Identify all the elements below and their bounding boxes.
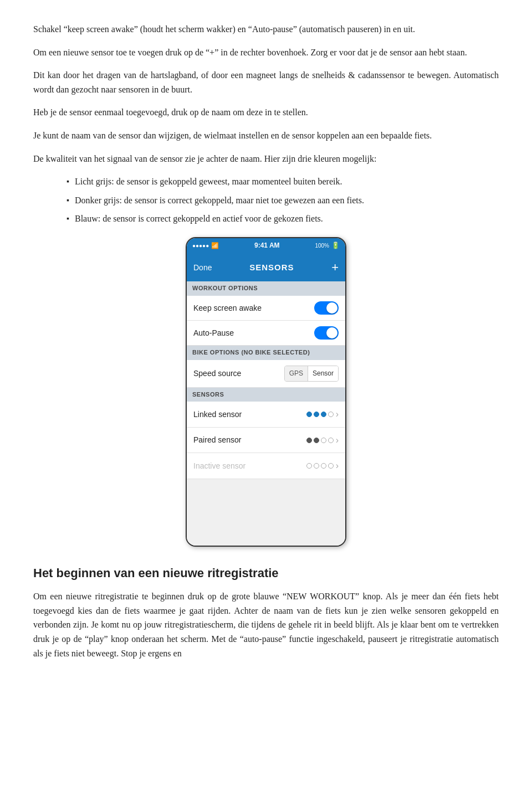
linked-sensor-label: Linked sensor (193, 408, 242, 420)
sensor-option[interactable]: Sensor (308, 366, 338, 381)
inactive-sensor-chevron: › (336, 459, 339, 473)
dot-1 (306, 438, 312, 443)
paired-sensor-dots (306, 438, 334, 443)
status-time: 9:41 AM (254, 240, 280, 251)
status-left: ●●●●● 📶 (192, 241, 219, 251)
color-bullet-list: Licht grijs: de sensor is gekoppeld gewe… (66, 174, 499, 226)
linked-sensor-chevron: › (336, 407, 339, 422)
phone-mockup: ●●●●● 📶 9:41 AM 100% 🔋 Done SENSORS + WO… (33, 237, 499, 547)
section2-paragraph: Om een nieuwe ritregistratie te beginnen… (33, 589, 499, 660)
paragraph-2: Om een nieuwe sensor toe te voegen druk … (33, 45, 499, 60)
phone-screen: ●●●●● 📶 9:41 AM 100% 🔋 Done SENSORS + WO… (186, 237, 346, 547)
auto-pause-toggle[interactable] (314, 326, 339, 340)
speed-source-toggle-group[interactable]: GPS Sensor (284, 366, 339, 382)
speed-source-label: Speed source (193, 367, 241, 379)
dot-2 (314, 463, 319, 469)
dot-3 (321, 438, 326, 443)
keep-screen-awake-label: Keep screen awake (193, 302, 262, 314)
status-bar: ●●●●● 📶 9:41 AM 100% 🔋 (187, 238, 345, 253)
inactive-sensor-row[interactable]: Inactive sensor › (187, 453, 345, 479)
bullet-item-1: Licht grijs: de sensor is gekoppeld gewe… (66, 174, 499, 189)
paragraph-5: Heb je de sensor eenmaal toegevoegd, dru… (33, 105, 499, 120)
speed-source-row: Speed source GPS Sensor (187, 360, 345, 388)
paragraph-6: Je kunt de naam van de sensor dan wijzig… (33, 129, 499, 143)
inactive-sensor-dots (306, 463, 334, 469)
dot-3 (321, 463, 326, 469)
section2-heading: Het beginnen van een nieuwe ritregistrat… (33, 563, 499, 583)
keep-screen-awake-row: Keep screen awake (187, 296, 345, 321)
linked-sensor-row[interactable]: Linked sensor › (187, 402, 345, 428)
done-button[interactable]: Done (193, 261, 212, 274)
paired-sensor-label: Paired sensor (193, 434, 241, 446)
paired-sensor-row[interactable]: Paired sensor › (187, 428, 345, 454)
sensors-header: SENSORS (187, 388, 345, 402)
paragraph-3-4: Dit kan door het dragen van de hartslagb… (33, 68, 499, 96)
dot-3 (321, 412, 326, 417)
paragraph-7-8: De kwaliteit van het signaal van de sens… (33, 152, 499, 166)
paired-sensor-chevron: › (336, 433, 339, 448)
bike-options-header: BIKE OPTIONS (NO BIKE SELECTED) (187, 346, 345, 360)
auto-pause-label: Auto-Pause (193, 327, 234, 339)
inactive-sensor-label: Inactive sensor (193, 460, 245, 472)
dot-4 (328, 438, 334, 443)
nav-title: SENSORS (249, 261, 294, 274)
add-sensor-button[interactable]: + (331, 258, 339, 277)
dot-4 (328, 412, 334, 417)
signal-icon: ●●●●● (192, 241, 209, 250)
dot-1 (306, 412, 312, 417)
dot-1 (306, 463, 312, 469)
status-right: 100% 🔋 (315, 240, 340, 251)
paragraph-1: Schakel “keep screen awake” (houdt het s… (33, 22, 499, 37)
dot-2 (314, 438, 319, 443)
workout-options-header: WORKOUT OPTIONS (187, 281, 345, 296)
nav-bar: Done SENSORS + (187, 253, 345, 281)
dot-4 (328, 463, 334, 469)
keep-screen-awake-toggle[interactable] (314, 301, 339, 315)
wifi-icon: 📶 (211, 241, 219, 251)
phone-bottom-area (187, 479, 345, 546)
bullet-item-2: Donker grijs: de sensor is correct gekop… (66, 193, 499, 208)
dot-2 (314, 412, 319, 417)
auto-pause-row: Auto-Pause (187, 321, 345, 346)
linked-sensor-dots (306, 412, 334, 417)
battery-icon: 🔋 (331, 240, 340, 251)
battery-text: 100% (315, 241, 329, 250)
bullet-item-3: Blauw: de sensor is correct gekoppeld en… (66, 212, 499, 226)
gps-option[interactable]: GPS (285, 366, 308, 381)
